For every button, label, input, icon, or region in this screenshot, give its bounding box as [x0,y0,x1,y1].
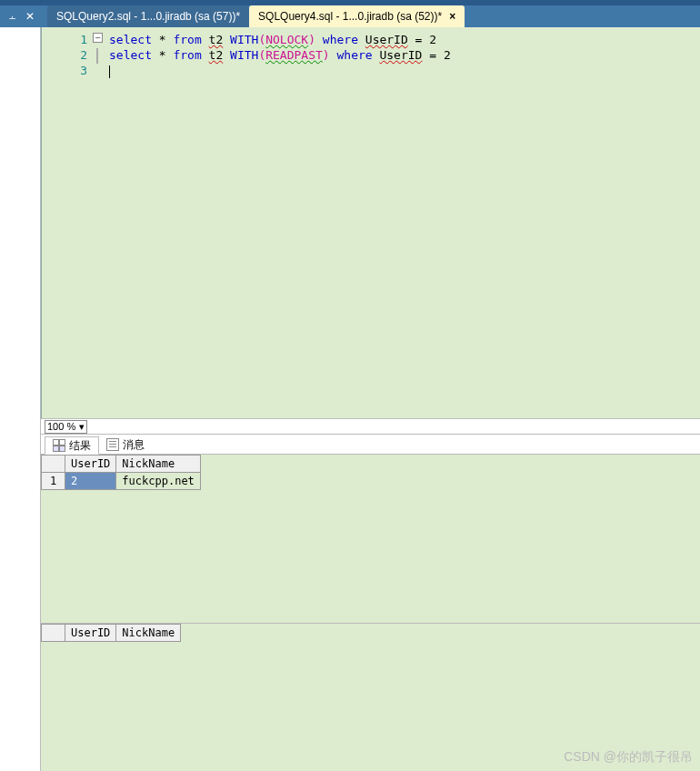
result-grid-2[interactable]: UserIDNickName [41,624,700,771]
document-tabs: ⫠ ✕ SQLQuery2.sql - 1...0.jiradb (sa (57… [0,5,700,27]
close-panel-icon[interactable]: ✕ [22,10,38,23]
tab-label: SQLQuery4.sql - 1...0.jiradb (sa (52))* [258,10,442,23]
zoom-toolbar: 100 % ▾ [41,418,700,435]
fold-bar [96,48,98,64]
zoom-dropdown[interactable]: 100 % ▾ [45,420,87,434]
tab-results-label: 结果 [69,438,91,454]
side-gutter [0,27,41,771]
grid-icon [53,439,65,452]
code-line[interactable] [109,64,696,79]
close-tab-icon[interactable]: × [449,10,455,23]
document-tab-active[interactable]: SQLQuery4.sql - 1...0.jiradb (sa (52))*× [249,5,465,27]
column-header[interactable]: UserID [65,625,116,642]
tab-label: SQLQuery2.sql - 1...0.jiradb (sa (57))* [56,10,240,23]
code-line[interactable]: select * from t2 WITH(NOLOCK) where User… [109,33,696,48]
row-number[interactable]: 1 [42,473,65,490]
code-fold-margin[interactable]: − [93,27,105,418]
zoom-value: 100 % [47,421,75,432]
tab-messages[interactable]: 消息 [99,436,152,454]
text-caret [109,65,110,78]
result-tabs: 结果 消息 [41,435,700,455]
pin-icon[interactable]: ⫠ [4,10,22,23]
code-line[interactable]: select * from t2 WITH(READPAST) where Us… [109,48,696,64]
chevron-down-icon: ▾ [79,421,85,433]
grid-corner[interactable] [42,456,65,473]
message-icon [106,438,119,451]
cell[interactable]: fuckcpp.net [116,473,200,490]
fold-toggle-icon[interactable]: − [93,33,103,43]
code-area[interactable]: select * from t2 WITH(NOLOCK) where User… [105,27,700,418]
table-row[interactable]: 12fuckcpp.net [42,473,201,490]
column-header[interactable]: UserID [65,456,116,473]
column-header[interactable]: NickName [116,625,181,642]
document-tab[interactable]: SQLQuery2.sql - 1...0.jiradb (sa (57))* [47,5,249,27]
line-number: 1 [42,33,87,48]
tab-results[interactable]: 结果 [45,436,99,455]
tab-messages-label: 消息 [123,437,145,453]
line-number: 3 [42,64,87,79]
grid-corner[interactable] [42,625,65,642]
column-header[interactable]: NickName [116,456,200,473]
sql-editor[interactable]: 123 − select * from t2 WITH(NOLOCK) wher… [41,27,700,418]
result-grid-1[interactable]: UserIDNickName12fuckcpp.net [41,455,700,624]
line-number-margin: 123 [42,27,93,418]
line-number: 2 [42,48,87,64]
cell[interactable]: 2 [65,473,116,490]
